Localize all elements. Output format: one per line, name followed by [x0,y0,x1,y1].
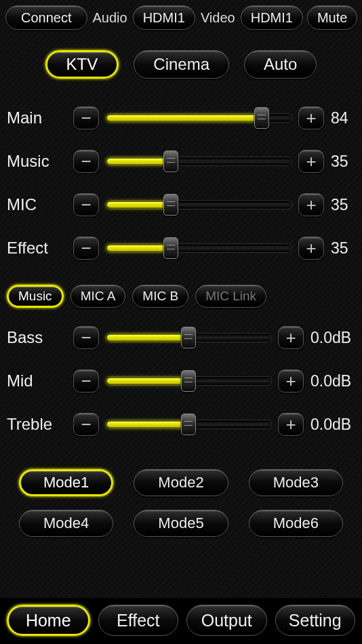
preset-mode3[interactable]: Mode3 [249,469,343,496]
slider-thumb-music[interactable] [163,150,178,172]
minus-button-music[interactable]: − [73,150,99,173]
mode-cinema[interactable]: Cinema [134,50,229,79]
plus-button-music[interactable]: + [298,150,324,173]
minus-button-mic[interactable]: − [73,193,99,216]
slider-row-effect: Effect−+35 [7,226,355,270]
slider-thumb-mid[interactable] [181,370,196,392]
mode-ktv[interactable]: KTV [45,50,119,79]
slider-thumb-effect[interactable] [163,237,178,259]
preset-mode6[interactable]: Mode6 [249,510,343,537]
slider-row-music: Music−+35 [7,140,355,183]
slider-treble[interactable] [106,420,271,428]
slider-row-treble: Treble−+0.0dB [7,403,355,446]
audio-label: Audio [93,10,127,26]
slider-value-main: 84 [328,109,355,127]
mode-row: KTV Cinema Auto [0,34,362,91]
video-label: Video [201,10,235,26]
subtab-music[interactable]: Music [7,285,64,308]
main-sliders: Main−+84Music−+35MIC−+35Effect−+35 [0,91,362,279]
slider-music[interactable] [106,157,291,165]
slider-row-mic: MIC−+35 [7,183,355,226]
slider-value-treble: 0.0dB [308,416,355,434]
eq-sliders: Bass−+0.0dBMid−+0.0dBTreble−+0.0dB [0,312,362,450]
connect-button[interactable]: Connect [5,5,87,30]
slider-thumb-mic[interactable] [163,194,178,216]
plus-button-treble[interactable]: + [278,413,304,436]
nav-setting[interactable]: Setting [275,605,356,636]
slider-row-bass: Bass−+0.0dB [7,316,355,359]
preset-mode5[interactable]: Mode5 [134,510,228,537]
audio-select[interactable]: HDMI1 [133,5,195,30]
preset-mode2[interactable]: Mode2 [134,469,228,496]
plus-button-bass[interactable]: + [278,326,304,349]
nav-effect[interactable]: Effect [98,605,179,636]
plus-button-mid[interactable]: + [278,369,304,393]
minus-button-main[interactable]: − [73,106,99,129]
subtab-mica[interactable]: MIC A [71,285,126,308]
slider-value-bass: 0.0dB [308,329,355,347]
plus-button-main[interactable]: + [298,106,324,129]
slider-value-effect: 35 [328,239,355,258]
minus-button-bass[interactable]: − [73,326,99,349]
bottom-nav: HomeEffectOutputSetting [0,598,362,644]
slider-thumb-bass[interactable] [181,327,196,348]
slider-mic[interactable] [106,201,291,209]
slider-effect[interactable] [106,244,291,252]
slider-value-mic: 35 [328,196,355,214]
slider-row-main: Main−+84 [7,96,355,140]
slider-thumb-treble[interactable] [181,414,196,435]
minus-button-treble[interactable]: − [73,413,99,436]
slider-bass[interactable] [106,334,271,342]
plus-button-mic[interactable]: + [298,193,324,216]
slider-label-mic: MIC [7,195,69,214]
slider-label-bass: Bass [7,328,69,347]
slider-mid[interactable] [106,377,271,385]
slider-main[interactable] [106,114,291,122]
slider-thumb-main[interactable] [254,107,269,129]
subtab-miclink[interactable]: MIC Link [195,285,266,308]
mode-auto[interactable]: Auto [244,50,317,79]
minus-button-effect[interactable]: − [73,237,99,260]
video-select[interactable]: HDMI1 [241,5,303,30]
mute-button[interactable]: Mute [307,5,357,30]
slider-label-treble: Treble [7,415,69,434]
slider-label-effect: Effect [7,239,69,258]
presets: Mode1Mode2Mode3Mode4Mode5Mode6 [0,450,362,550]
slider-label-mid: Mid [7,371,69,390]
slider-row-mid: Mid−+0.0dB [7,359,355,403]
plus-button-effect[interactable]: + [298,237,324,260]
minus-button-mid[interactable]: − [73,369,99,393]
slider-value-music: 35 [328,153,355,171]
subtab-micb[interactable]: MIC B [132,285,188,308]
slider-value-mid: 0.0dB [308,372,355,390]
preset-mode4[interactable]: Mode4 [19,510,113,537]
slider-label-main: Main [7,108,69,127]
slider-label-music: Music [7,152,69,171]
top-bar: Connect Audio HDMI1 Video HDMI1 Mute [0,0,362,34]
nav-home[interactable]: Home [7,605,90,636]
nav-output[interactable]: Output [186,605,267,636]
preset-mode1[interactable]: Mode1 [19,469,113,496]
sub-tabs: MusicMIC AMIC BMIC Link [0,279,362,312]
